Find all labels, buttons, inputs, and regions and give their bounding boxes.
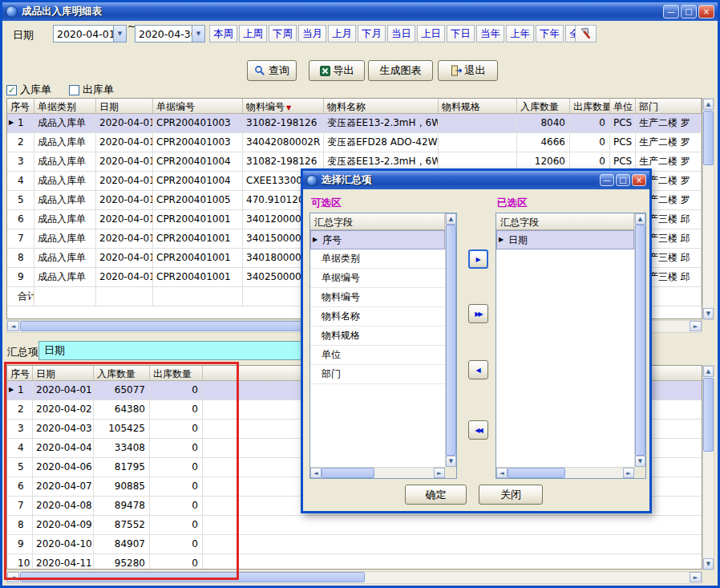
move-all-left-button[interactable]: ◀◀ xyxy=(468,420,488,440)
available-list-item[interactable]: 单据编号 xyxy=(310,269,445,288)
scroll-thumb[interactable] xyxy=(446,225,456,456)
exit-button[interactable]: 退出 xyxy=(438,60,498,81)
scroll-thumb[interactable] xyxy=(322,468,374,478)
available-list-item[interactable]: ▶序号 xyxy=(310,230,445,249)
clear-filter-button[interactable] xyxy=(575,25,597,43)
table-row[interactable]: 82020-04-09875520 xyxy=(7,516,702,535)
column-header[interactable]: 物料规格 xyxy=(439,99,517,113)
table-cell: 2020-04-01 xyxy=(96,152,153,172)
scroll-right-icon[interactable]: ► xyxy=(434,468,445,478)
summary-table-vscrollbar[interactable]: ▲ ▼ xyxy=(702,365,714,570)
chevron-down-icon[interactable]: ▼ xyxy=(192,26,204,42)
available-list-item[interactable]: 物料规格 xyxy=(310,326,445,346)
ok-button[interactable]: 确定 xyxy=(405,485,467,505)
column-header[interactable]: 出库数量 xyxy=(570,99,610,113)
selected-list-item[interactable]: ▶日期 xyxy=(496,230,634,249)
scroll-down-icon[interactable]: ▼ xyxy=(446,456,456,467)
scroll-thumb[interactable] xyxy=(508,468,565,478)
scroll-up-icon[interactable]: ▲ xyxy=(703,366,714,377)
available-list-item[interactable]: 单位 xyxy=(310,346,445,365)
chevron-down-icon[interactable]: ▼ xyxy=(113,26,126,42)
move-left-button[interactable]: ◀ xyxy=(468,360,488,379)
move-right-button[interactable]: ▶ xyxy=(468,249,488,269)
close-icon[interactable]: × xyxy=(632,174,646,186)
minimize-icon[interactable]: — xyxy=(600,174,614,186)
column-header[interactable]: 单位 xyxy=(610,99,636,113)
selected-list-hscrollbar[interactable]: ◄ ► xyxy=(496,467,634,478)
column-header[interactable]: 物料编号▼ xyxy=(243,99,324,113)
outbound-checkbox[interactable]: 出库单 xyxy=(69,83,114,97)
table-row[interactable]: 92020-04-10849070 xyxy=(7,535,702,554)
scroll-right-icon[interactable]: ► xyxy=(690,321,702,331)
column-header[interactable]: 日期 xyxy=(33,366,94,380)
date-from-select[interactable]: 2020-04-01 ▼ xyxy=(53,25,127,43)
scroll-left-icon[interactable]: ◄ xyxy=(7,572,19,582)
column-header[interactable]: 单据编号 xyxy=(153,99,243,113)
available-list-item[interactable]: 物料名称 xyxy=(310,307,445,326)
date-to-select[interactable]: 2020-04-30 ▼ xyxy=(135,25,205,43)
summary-table-hscrollbar[interactable]: ◄ ► xyxy=(6,571,702,584)
move-all-right-button[interactable]: ▶▶ xyxy=(468,304,488,323)
quick-button-1[interactable]: 上周 xyxy=(239,25,267,43)
column-header[interactable]: 序号 xyxy=(7,366,33,380)
column-header[interactable]: 部门 xyxy=(636,99,702,113)
outbound-checkbox-box[interactable] xyxy=(69,85,79,95)
scroll-right-icon[interactable]: ► xyxy=(623,468,634,478)
scroll-right-icon[interactable]: ► xyxy=(690,572,702,582)
close-icon[interactable]: × xyxy=(698,5,714,18)
dialog-close-button[interactable]: 关闭 xyxy=(479,485,543,505)
quick-button-3[interactable]: 当月 xyxy=(298,25,326,43)
selected-list-vscrollbar[interactable]: ▲ ▼ xyxy=(634,213,645,467)
quick-button-0[interactable]: 本周 xyxy=(209,25,237,43)
scroll-left-icon[interactable]: ◄ xyxy=(310,468,322,478)
inbound-checkbox[interactable]: ✓ 入库单 xyxy=(6,83,51,97)
scroll-thumb[interactable] xyxy=(703,111,714,165)
available-list-item[interactable]: 单据类别 xyxy=(310,249,445,269)
column-header[interactable]: 入库数量 xyxy=(517,99,570,113)
quick-button-4[interactable]: 上月 xyxy=(328,25,356,43)
generate-chart-button[interactable]: 生成图表 xyxy=(368,60,433,81)
maximize-icon[interactable]: □ xyxy=(616,174,630,186)
column-header[interactable]: 入库数量 xyxy=(94,366,150,380)
column-header[interactable]: 日期 xyxy=(96,99,153,113)
query-button[interactable]: 查询 xyxy=(247,60,297,81)
table-row[interactable]: 2成品入库单2020-04-01CPR20040100334042080002R… xyxy=(7,133,702,152)
minimize-icon[interactable]: — xyxy=(663,5,679,18)
table-cell: 0 xyxy=(570,133,610,152)
quick-button-6[interactable]: 当日 xyxy=(387,25,415,43)
export-button[interactable]: 导出 xyxy=(309,60,365,81)
quick-button-7[interactable]: 上日 xyxy=(417,25,445,43)
maximize-icon[interactable]: □ xyxy=(681,5,697,18)
scroll-up-icon[interactable]: ▲ xyxy=(446,213,456,225)
summary-field-value[interactable]: 日期 xyxy=(38,341,302,360)
quick-button-10[interactable]: 上年 xyxy=(506,25,534,43)
scroll-down-icon[interactable]: ▼ xyxy=(703,308,714,319)
scroll-down-icon[interactable]: ▼ xyxy=(703,558,714,570)
quick-button-11[interactable]: 下年 xyxy=(536,25,564,43)
available-list-item[interactable]: 部门 xyxy=(310,365,445,384)
quick-button-8[interactable]: 下日 xyxy=(447,25,475,43)
cell-text: 生产二楼 罗 xyxy=(639,117,690,128)
scroll-left-icon[interactable]: ◄ xyxy=(496,468,508,478)
column-header[interactable]: 出库数量 xyxy=(150,366,203,380)
detail-table-vscrollbar[interactable]: ▲ ▼ xyxy=(702,98,714,320)
quick-button-5[interactable]: 下月 xyxy=(358,25,386,43)
available-list-vscrollbar[interactable]: ▲ ▼ xyxy=(445,213,456,467)
available-list-hscrollbar[interactable]: ◄ ► xyxy=(310,467,445,478)
available-list-item[interactable]: 物料编号 xyxy=(310,288,445,307)
scroll-down-icon[interactable]: ▼ xyxy=(635,456,645,467)
column-header[interactable]: 单据类别 xyxy=(34,99,96,113)
column-header[interactable]: 物料名称 xyxy=(324,99,439,113)
quick-button-9[interactable]: 当年 xyxy=(476,25,504,43)
scroll-thumb[interactable] xyxy=(20,572,365,582)
quick-button-2[interactable]: 下周 xyxy=(269,25,297,43)
scroll-thumb[interactable] xyxy=(703,378,714,452)
table-row[interactable]: ▶1成品入库单2020-04-01CPR20040100331082-19812… xyxy=(7,114,702,133)
scroll-thumb[interactable] xyxy=(635,225,645,456)
table-row[interactable]: 102020-04-11952800 xyxy=(7,554,702,570)
inbound-checkbox-box[interactable]: ✓ xyxy=(6,85,17,95)
scroll-left-icon[interactable]: ◄ xyxy=(7,321,19,331)
column-header[interactable]: 序号 xyxy=(7,99,34,113)
scroll-up-icon[interactable]: ▲ xyxy=(703,99,714,110)
scroll-up-icon[interactable]: ▲ xyxy=(635,213,645,225)
